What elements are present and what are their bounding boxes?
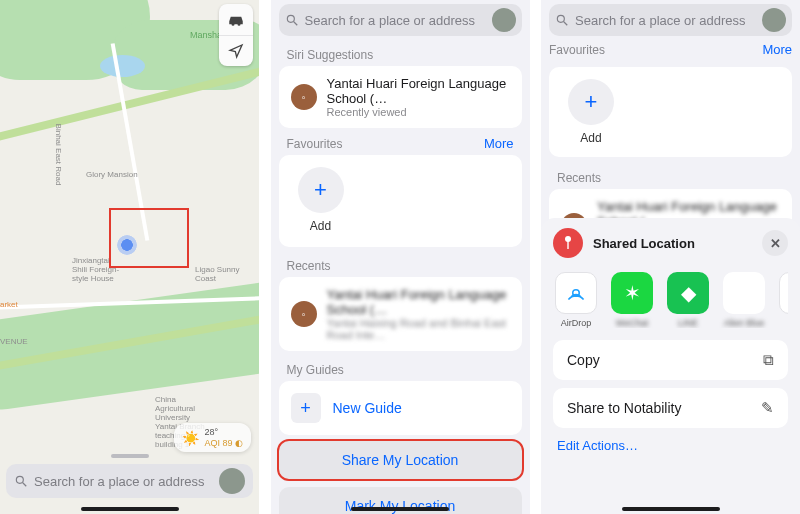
- svg-line-3: [293, 22, 297, 26]
- notability-label: Share to Notability: [567, 400, 681, 416]
- section-favourites-label: Favourites: [549, 43, 605, 57]
- weather-temp: 28°: [204, 427, 218, 437]
- search-bar[interactable]: Search for a place or address: [6, 464, 253, 498]
- plus-icon: +: [568, 79, 614, 125]
- plus-icon: +: [291, 393, 321, 423]
- place-pin-icon: ◦: [291, 84, 317, 110]
- reddit-icon: ☺: [723, 272, 765, 314]
- siri-item-subtitle: Recently viewed: [327, 106, 510, 118]
- svg-point-4: [557, 15, 564, 22]
- favourites-add-button[interactable]: + Add: [291, 167, 351, 233]
- search-placeholder: Search for a place or address: [575, 13, 746, 28]
- recenter-button[interactable]: [219, 35, 253, 67]
- new-guide-label: New Guide: [333, 400, 402, 416]
- map-label-avenue: VENUE: [0, 337, 28, 346]
- place-pin-icon: ◦: [291, 301, 317, 327]
- home-indicator: [351, 507, 449, 511]
- map-mode-toggle: [219, 4, 253, 66]
- recents-item-subtitle: Yantai Haixing Road and Binhai East Road…: [327, 317, 510, 341]
- sun-icon: ☀️: [182, 430, 199, 446]
- section-recents-label: Recents: [541, 165, 800, 189]
- close-button[interactable]: ✕: [762, 230, 788, 256]
- phone-search-sheet-screen: Search for a place or address Siri Sugge…: [271, 0, 530, 514]
- search-bar[interactable]: Search for a place or address: [279, 4, 522, 36]
- share-target-label: AirDrop: [561, 318, 592, 328]
- siri-item-title: Yantai Huari Foreign Language School (…: [327, 76, 510, 106]
- svg-line-5: [564, 22, 568, 26]
- phone-map-screen: Manshanzi Glory Mansion Jinxiangtai Shil…: [0, 0, 259, 514]
- line-icon: ◆: [667, 272, 709, 314]
- close-icon: ✕: [770, 236, 781, 251]
- search-bar[interactable]: Search for a place or address: [549, 4, 792, 36]
- section-recents-label: Recents: [279, 253, 522, 277]
- search-icon: [555, 13, 569, 27]
- share-target-line[interactable]: ◆ LINE: [667, 272, 709, 328]
- airdrop-icon: [555, 272, 597, 314]
- favourites-add-button[interactable]: + Add: [561, 79, 621, 145]
- siri-suggestion-item[interactable]: ◦ Yantai Huari Foreign Language School (…: [279, 66, 522, 128]
- weather-aqi: AQI 89: [204, 438, 232, 448]
- location-pin-icon: [553, 228, 583, 258]
- favourites-add-label: Add: [580, 131, 601, 145]
- phone-share-sheet-screen: Search for a place or address Favourites…: [541, 0, 800, 514]
- section-siri-suggestions-label: Siri Suggestions: [279, 42, 522, 66]
- svg-rect-7: [567, 241, 568, 249]
- copy-icon: ⧉: [763, 351, 774, 369]
- map-label-binhai: Binhai East Road: [54, 124, 63, 186]
- more-icon: •: [779, 272, 788, 314]
- edit-actions-link[interactable]: Edit Actions…: [553, 428, 788, 453]
- favourites-more-link[interactable]: More: [762, 42, 792, 57]
- search-icon: [285, 13, 299, 27]
- annotation-highlight-box: [109, 208, 189, 268]
- profile-avatar[interactable]: [219, 468, 245, 494]
- location-arrow-icon: [228, 43, 244, 59]
- copy-label: Copy: [567, 352, 600, 368]
- drawer-handle[interactable]: [111, 454, 149, 458]
- search-placeholder: Search for a place or address: [34, 474, 205, 489]
- search-placeholder: Search for a place or address: [305, 13, 476, 28]
- share-targets-row: AirDrop ✶ WeChat ◆ LINE ☺ Alien Blue •: [555, 272, 788, 328]
- share-target-label: LINE: [678, 318, 698, 328]
- copy-action[interactable]: Copy ⧉: [553, 340, 788, 380]
- favourites-card: + Add: [279, 155, 522, 247]
- pencil-icon: ✎: [761, 399, 774, 417]
- share-target-more[interactable]: •: [779, 272, 788, 328]
- svg-point-0: [16, 476, 23, 483]
- section-favourites-label: Favourites: [287, 137, 343, 151]
- new-guide-button[interactable]: + New Guide: [287, 385, 514, 431]
- share-notability-action[interactable]: Share to Notability ✎: [553, 388, 788, 428]
- home-indicator: [81, 507, 179, 511]
- share-sheet-title: Shared Location: [593, 236, 695, 251]
- share-target-airdrop[interactable]: AirDrop: [555, 272, 597, 328]
- profile-avatar[interactable]: [762, 8, 786, 32]
- favourites-card: + Add: [549, 67, 792, 157]
- profile-avatar[interactable]: [492, 8, 516, 32]
- driving-mode-button[interactable]: [219, 4, 253, 35]
- share-target-wechat[interactable]: ✶ WeChat: [611, 272, 653, 328]
- favourites-more-link[interactable]: More: [484, 136, 514, 151]
- map-label-glory: Glory Mansion: [86, 170, 138, 179]
- svg-line-1: [23, 483, 27, 487]
- recents-item-title: Yantai Huari Foreign Language School (…: [327, 287, 510, 317]
- section-myguides-label: My Guides: [279, 357, 522, 381]
- map-label-arket: arket: [0, 300, 18, 309]
- weather-widget[interactable]: ☀️ 28° AQI 89 ◐: [174, 423, 251, 452]
- share-target-label: WeChat: [616, 318, 648, 328]
- wechat-icon: ✶: [611, 272, 653, 314]
- recents-item[interactable]: ◦ Yantai Huari Foreign Language School (…: [279, 277, 522, 351]
- search-icon: [14, 474, 28, 488]
- share-sheet: Shared Location ✕ AirDrop ✶ WeChat ◆ LIN…: [541, 218, 800, 514]
- svg-point-2: [287, 15, 294, 22]
- share-target-label: Alien Blue: [724, 318, 765, 328]
- favourites-add-label: Add: [310, 219, 331, 233]
- home-indicator: [622, 507, 720, 511]
- share-my-location-button[interactable]: Share My Location: [279, 441, 522, 479]
- car-icon: [227, 12, 245, 26]
- plus-icon: +: [298, 167, 344, 213]
- map-label-ligao: Ligao Sunny Coast: [195, 265, 239, 283]
- share-target-reddit[interactable]: ☺ Alien Blue: [723, 272, 765, 328]
